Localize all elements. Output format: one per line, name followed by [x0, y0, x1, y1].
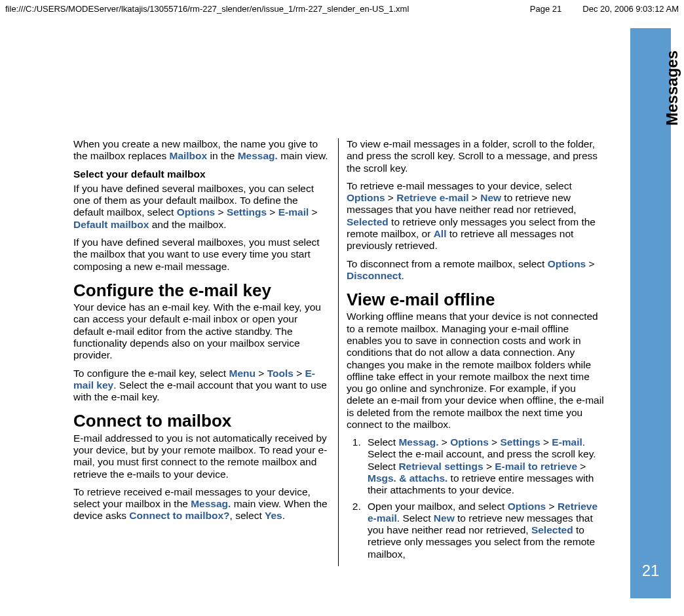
text: > — [267, 206, 278, 218]
ui-term: Options — [450, 436, 489, 448]
section-label: Messages — [663, 50, 681, 126]
ui-term: E-mail to retrieve — [495, 461, 577, 472]
text: > — [484, 461, 495, 472]
ui-term: Messag. — [398, 436, 438, 448]
text: > — [546, 501, 558, 512]
text: > — [577, 461, 586, 472]
pdf-header: file:///C:/USERS/MODEServer/lkatajis/130… — [0, 0, 684, 15]
list-item: Select Messag. > Options > Settings > E-… — [364, 436, 604, 496]
text: > — [215, 206, 227, 218]
paragraph: To retrieve received e-mail messages to … — [73, 486, 330, 522]
ui-term: Msgs. & attachs. — [368, 472, 447, 484]
ui-term: Retrieval settings — [398, 461, 483, 472]
content-columns: When you create a new mailbox, the name … — [73, 138, 612, 566]
text: main view. — [278, 150, 328, 161]
paragraph: E-mail addressed to you is not automatic… — [73, 433, 330, 480]
timestamp: Dec 20, 2006 9:03:12 AM — [561, 4, 679, 14]
ui-term: Selected — [531, 524, 573, 535]
text: > — [586, 258, 594, 269]
text: . — [402, 270, 404, 281]
ui-term: E-mail — [278, 206, 309, 218]
text: Open your mailbox, and select — [368, 501, 508, 512]
paragraph: If you have defined several mailboxes, y… — [73, 183, 330, 231]
ui-term: Tools — [267, 368, 294, 379]
heading: Connect to mailbox — [73, 412, 330, 430]
ui-term: Settings — [500, 436, 540, 448]
list-item: Open your mailbox, and select Options > … — [364, 501, 604, 560]
text: > — [469, 192, 481, 203]
text: > — [294, 368, 305, 379]
heading: View e-mail offline — [347, 291, 604, 309]
ui-term: E-mail — [552, 436, 582, 448]
ui-term: Menu — [229, 368, 256, 379]
paragraph: To view e-mail messages in a folder, scr… — [347, 138, 604, 174]
text: > — [309, 206, 317, 218]
ui-term: Options — [177, 206, 216, 218]
heading: Configure the e-mail key — [73, 282, 330, 299]
ui-term: Options — [347, 192, 385, 203]
text: in the — [207, 150, 238, 161]
text: To configure the e-mail key, select — [73, 368, 229, 379]
text: > — [256, 368, 267, 379]
paragraph: When you create a new mailbox, the name … — [73, 138, 330, 163]
ui-term: Retrieve e-mail — [396, 192, 468, 203]
paragraph: Your device has an e-mail key. With the … — [73, 301, 330, 361]
paragraph: To disconnect from a remote mailbox, sel… — [347, 258, 604, 282]
left-column: When you create a new mailbox, the name … — [73, 138, 339, 566]
ui-term: Yes — [265, 510, 282, 521]
ui-term: Messag. — [238, 150, 278, 161]
ui-term: New — [434, 512, 455, 524]
text: > — [489, 436, 501, 448]
subheading: Select your default mailbox — [73, 168, 330, 180]
text: > — [439, 436, 451, 448]
paragraph: If you have defined several mailboxes, y… — [73, 237, 330, 273]
page-indicator: Page 21 — [509, 4, 561, 14]
text: To disconnect from a remote mailbox, sel… — [347, 258, 548, 269]
text: To retrieve e-mail messages to your devi… — [347, 180, 572, 191]
file-path: file:///C:/USERS/MODEServer/lkatajis/130… — [5, 4, 509, 14]
ui-term: All — [434, 228, 447, 239]
paragraph: To retrieve e-mail messages to your devi… — [347, 180, 604, 252]
ui-term: Options — [548, 258, 586, 269]
ordered-list: Select Messag. > Options > Settings > E-… — [347, 436, 604, 560]
paragraph: Working offline means that your device i… — [347, 311, 604, 431]
text: > — [541, 436, 552, 448]
text: , select — [230, 510, 265, 521]
text: Select — [368, 436, 398, 448]
ui-term: Options — [508, 501, 546, 512]
text: . Select — [397, 512, 434, 524]
side-tab: Messages 21 — [630, 28, 671, 598]
ui-term: Messag. — [191, 498, 231, 509]
ui-term: Default mailbox — [73, 219, 149, 230]
text: . — [282, 510, 285, 521]
ui-term: Selected — [347, 216, 389, 227]
text: and the mailbox. — [149, 219, 226, 230]
ui-term: Settings — [227, 206, 267, 218]
page-number: 21 — [630, 562, 671, 580]
paragraph: To configure the e-mail key, select Menu… — [73, 368, 330, 404]
ui-term: New — [480, 192, 501, 203]
ui-term: Disconnect — [347, 270, 402, 281]
ui-term: Connect to mailbox? — [129, 510, 229, 521]
page-body: Messages 21 When you create a new mailbo… — [13, 28, 671, 598]
text: > — [385, 192, 397, 203]
ui-term: Mailbox — [169, 150, 207, 161]
right-column: To view e-mail messages in a folder, scr… — [339, 138, 604, 566]
